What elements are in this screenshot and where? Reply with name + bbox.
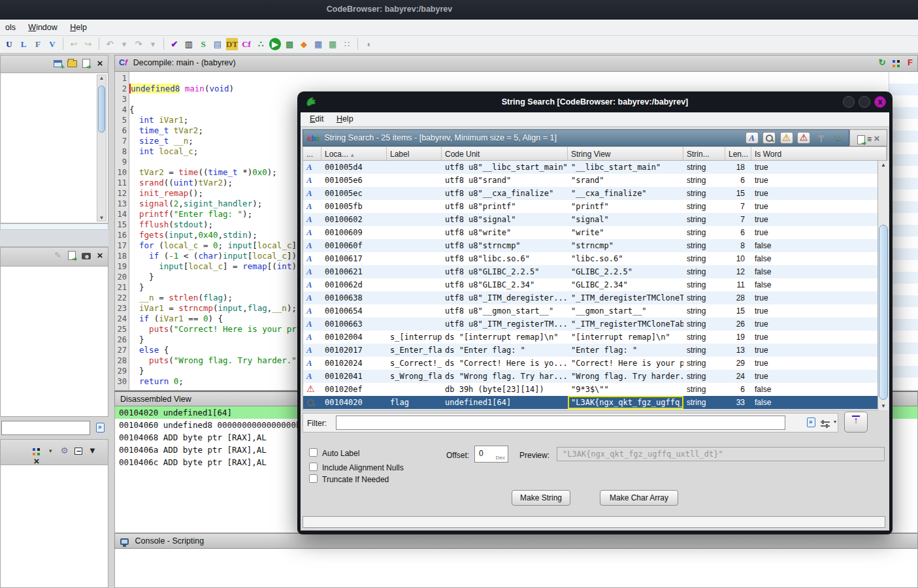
console-panel-header[interactable]: Console - Scripting [114, 533, 918, 549]
dialog-menu-edit[interactable]: Edit [304, 114, 329, 123]
make-char-array-button[interactable]: Make Char Array [600, 490, 678, 506]
table-scrollbar[interactable]: ▲ ▼ [877, 161, 889, 410]
close-panel-icon[interactable]: × [94, 57, 106, 69]
string-table-row[interactable]: A00102004s_[interrupt...ds "[interrupt r… [303, 331, 887, 344]
binary-view-icon[interactable]: ▥ [183, 38, 195, 50]
column-header-isword[interactable]: Is Word [751, 147, 887, 160]
filter-input[interactable] [336, 416, 785, 430]
table-view-icon[interactable]: ▦ [312, 38, 324, 50]
dialog-titlebar[interactable]: String Search [CodeBrowser: babyrev:/bab… [297, 91, 893, 112]
open-folder-icon[interactable] [66, 58, 78, 68]
table-export-icon[interactable]: ▦ [327, 38, 338, 50]
mark-function-icon[interactable]: F [32, 38, 44, 50]
nav-forward-icon[interactable]: ↪ [82, 38, 94, 50]
caret-down-icon[interactable]: ▾ [44, 448, 56, 454]
node-tree-icon[interactable] [31, 446, 42, 455]
string-table-row[interactable]: A00100609utf8 u8"write""write"string6tru… [303, 226, 887, 239]
decompile-panel-header[interactable]: Cf Decompile: main - (babyrev) ↻ F [114, 55, 918, 72]
event-viewer-icon[interactable]: ▤ [212, 38, 223, 50]
console-panel-body[interactable] [114, 549, 918, 588]
close-panel-icon[interactable]: × [94, 250, 106, 261]
string-table-row[interactable]: A001005fbutf8 u8"printf""printf"string7t… [303, 200, 887, 213]
mark-undefined-icon[interactable]: U [3, 38, 15, 50]
symbol-tree-icon[interactable]: ◆ [298, 38, 310, 50]
scrollbar-thumb[interactable] [879, 225, 888, 400]
menu-help[interactable]: Help [65, 20, 92, 32]
detach-panel-icon[interactable] [857, 135, 865, 144]
detach-panel-icon[interactable] [80, 58, 92, 69]
menu-tools-partial[interactable]: ols [0, 20, 21, 32]
filter-settings-icon[interactable] [821, 419, 830, 428]
make-string-button[interactable]: Make String [512, 490, 570, 506]
ascii-toggle-icon[interactable]: A [746, 132, 759, 144]
string-table-row[interactable]: A00100663utf8 u8"_ITM_registerTM..."_ITM… [303, 318, 887, 331]
symbol-filter-input[interactable] [1, 421, 90, 435]
column-header-label[interactable]: Label [387, 147, 442, 160]
refresh-icon[interactable]: ↻ [832, 132, 845, 144]
string-table-row[interactable]: A00102017s_Enter_flag...ds "Enter flag: … [303, 344, 887, 357]
string-table-row[interactable]: A00100621utf8 u8"GLIBC_2.2.5""GLIBC_2.2.… [303, 265, 887, 278]
graph-icon[interactable]: ∷ [341, 38, 353, 50]
string-table-row[interactable]: A00100602utf8 u8"signal""signal"string7t… [303, 213, 887, 226]
data-type-manager-icon[interactable]: DT [226, 38, 238, 50]
warning-yellow-icon[interactable]: ⚠ [780, 132, 793, 144]
program-trees-panel-body[interactable]: ▲ ▼ [0, 73, 108, 223]
scroll-up-icon[interactable]: ▲ [878, 162, 889, 168]
string-table-row[interactable]: A00100617utf8 u8"libc.so.6""libc.so.6"st… [303, 252, 887, 265]
close-panel-icon[interactable]: × [874, 133, 879, 144]
truncate-if-needed-checkbox[interactable] [309, 474, 318, 483]
memory-map-icon[interactable]: ▩ [284, 38, 295, 50]
string-table-row[interactable]: A0010062dutf8 u8"GLIBC_2.34""GLIBC_2.34"… [303, 278, 887, 291]
window-titlebar[interactable]: CodeBrowser: babyrev:/babyrev [0, 0, 918, 20]
string-table-row[interactable]: A00102041s_Wrong_fla...ds "Wrong flag. T… [303, 370, 887, 383]
menu-window[interactable]: Window [23, 20, 62, 32]
script-manager-icon[interactable]: S [197, 38, 209, 50]
search-icon[interactable] [762, 132, 776, 144]
column-header-len[interactable]: Len... [725, 147, 751, 160]
string-table-row[interactable]: ⚠001020efdb 39h (byte[23][14])"9*3$\""st… [303, 383, 887, 396]
maximize-button[interactable] [859, 96, 870, 108]
code-line[interactable]: 1 [129, 73, 917, 84]
graph-icon[interactable] [891, 57, 902, 67]
filter-funnel-icon[interactable] [815, 132, 828, 144]
nav-back-icon[interactable]: ↩ [68, 38, 80, 50]
left-scrollbar[interactable]: ▲ ▼ [97, 74, 107, 221]
refresh-icon[interactable]: ↻ [876, 57, 888, 67]
scrollbar-thumb[interactable] [98, 86, 105, 133]
restore-window-icon[interactable] [73, 446, 84, 455]
left-splitter[interactable] [0, 223, 108, 230]
undo-icon[interactable]: ↶ [104, 38, 116, 50]
undo-caret-icon[interactable]: ▾ [118, 38, 130, 50]
string-table-row[interactable]: A00100654utf8 u8"__gmon_start__""__gmon_… [303, 304, 887, 318]
include-alignment-nulls-checkbox[interactable] [309, 463, 318, 471]
string-table-row[interactable]: A001005d4utf8 u8"__libc_start_main""__li… [303, 161, 887, 174]
string-table-row[interactable]: A0010060futf8 u8"strncmp""strncmp"string… [303, 239, 887, 252]
column-header-strin[interactable]: Strin... [683, 147, 725, 160]
column-header-loca[interactable]: Loca... ▲ [321, 147, 387, 160]
minimize-button[interactable] [843, 96, 855, 108]
warning-red-icon[interactable]: ⚠ [797, 132, 810, 144]
detach-panel-icon[interactable] [66, 250, 78, 261]
column-header-stringview[interactable]: String View [568, 147, 683, 160]
scroll-up-icon[interactable]: ▲ [97, 75, 106, 81]
string-table-row[interactable]: 00104020flagundefined1[64]"L3AK{ngx_qkt_… [303, 396, 887, 409]
string-table-row[interactable]: A00100638utf8 u8"_ITM_deregister..."_ITM… [303, 291, 887, 304]
gear-icon[interactable]: ⚙ [59, 446, 71, 455]
scroll-down-icon[interactable]: ▼ [878, 403, 889, 409]
string-search-dialog[interactable]: String Search [CodeBrowser: babyrev:/bab… [297, 91, 893, 534]
redo-icon[interactable]: ↷ [133, 38, 144, 50]
dialog-menu-help[interactable]: Help [331, 114, 359, 123]
caret-down-icon[interactable]: ▾ [834, 419, 836, 425]
new-tree-icon[interactable] [52, 58, 64, 68]
filter-save-icon[interactable] [807, 417, 815, 427]
validate-icon[interactable]: ✔ [169, 38, 180, 50]
snapshot-icon[interactable] [80, 250, 92, 260]
decompiler-icon[interactable]: Cf [240, 38, 252, 50]
string-table-row[interactable]: A001005ecutf8 u8"__cxa_finalize""__cxa_f… [303, 187, 887, 200]
string-table-header[interactable]: ...Loca... ▲LabelCode UnitString ViewStr… [303, 146, 887, 161]
close-button[interactable]: x [874, 96, 886, 108]
scroll-to-top-button[interactable]: ↑ [844, 412, 868, 433]
symbol-tree-panel-body[interactable] [0, 267, 108, 417]
function-icon[interactable]: F [904, 57, 916, 67]
string-table[interactable]: A001005d4utf8 u8"__libc_start_main""__li… [303, 161, 887, 410]
